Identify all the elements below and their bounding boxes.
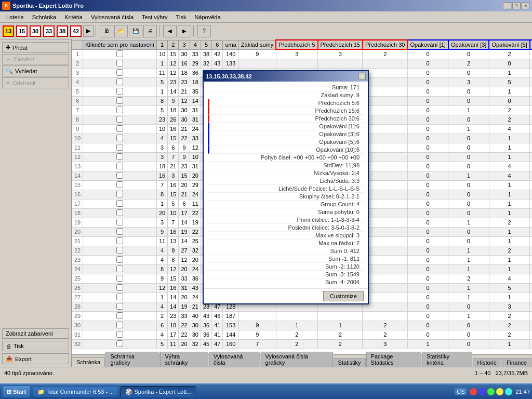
table-row[interactable]: 3141722303641144922200234 (72, 330, 533, 339)
row-checkbox[interactable] (116, 191, 123, 197)
export-button[interactable]: 📤 Export (2, 353, 69, 364)
number-badge-42[interactable]: 42 (70, 25, 82, 37)
menu-kriteria[interactable]: Kritéria (60, 13, 87, 21)
maximize-button[interactable]: □ (512, 2, 521, 9)
cell-11: 0 (407, 292, 448, 302)
modal-dialog[interactable]: 13,15,30,33,38,42 × Suma: 171 Základ sum… (203, 70, 369, 304)
row-checkbox[interactable] (116, 200, 123, 207)
row-checkbox-cell (83, 283, 157, 292)
search-button[interactable]: 🔍 Vyhledat (2, 65, 69, 76)
cell-1: 15 (168, 49, 179, 59)
modal-posledni: Poslední číslice: 3-5-0-3-8-2 (208, 224, 364, 231)
row-checkbox[interactable] (116, 237, 123, 244)
toolbar-help-button[interactable]: ? (197, 25, 211, 37)
show-colors-button[interactable]: Zobrazit zabarvení (2, 328, 69, 339)
cell-11: 0 (407, 162, 448, 171)
row-checkbox[interactable] (116, 340, 123, 347)
menu-vylosovana[interactable]: Vylosovaná čísla (87, 13, 138, 21)
cell-7: 9 (238, 330, 276, 339)
taskbar-item-totalcmd[interactable]: 📁 Total Commander 6.53 - ... (33, 386, 118, 397)
row-checkbox[interactable] (116, 256, 123, 263)
row-checkbox[interactable] (116, 275, 123, 282)
row-checkbox[interactable] (116, 125, 123, 132)
row-checkbox[interactable] (116, 247, 123, 254)
row-checkbox[interactable] (116, 322, 123, 328)
row-checkbox[interactable] (116, 144, 123, 151)
status-info: 40 tipů zpracováno. (4, 370, 54, 376)
row-checkbox[interactable] (116, 135, 123, 141)
cell-14: 2 (530, 180, 532, 190)
row-checkbox[interactable] (116, 69, 123, 76)
tab-historie[interactable]: Historie (473, 358, 501, 367)
row-checkbox[interactable] (116, 116, 123, 123)
number-badge-15[interactable]: 15 (16, 25, 28, 37)
tab-schranka[interactable]: Schránka (72, 357, 105, 367)
tab-finance[interactable]: Finance (502, 358, 531, 367)
row-checkbox[interactable] (116, 60, 123, 66)
tab-vylosovana-graficky[interactable]: Vylosovaná čísla graficky (261, 352, 333, 367)
table-row[interactable]: 2112162932431330203 (72, 59, 533, 68)
row-checkbox[interactable] (116, 153, 123, 160)
print-button[interactable]: 🖨 Tisk (2, 341, 69, 351)
row-checkbox[interactable] (116, 163, 123, 169)
menu-schranka[interactable]: Schránka (28, 13, 60, 21)
nav-forward-button[interactable]: ▶ (83, 25, 94, 37)
tab-vylosovana[interactable]: Vylosovaná čísla (209, 352, 260, 367)
row-num: 21 (72, 236, 83, 246)
row-checkbox[interactable] (116, 107, 123, 113)
menu-test-vyhry[interactable]: Test výhry (138, 13, 172, 21)
number-badge-38[interactable]: 38 (57, 25, 68, 37)
toolbar-icon-5[interactable]: ◀ (163, 25, 177, 37)
row-checkbox[interactable] (116, 265, 123, 272)
modal-close-button[interactable]: × (358, 73, 366, 80)
row-checkbox[interactable] (116, 312, 123, 319)
row-checkbox[interactable] (116, 97, 123, 104)
toolbar-icon-3[interactable]: 💾 (129, 25, 142, 37)
table-row[interactable]: 1101530333842140933200235 (72, 49, 533, 59)
tab-package-stats[interactable]: Package Statistics (366, 352, 421, 367)
table-row[interactable]: 3061822303641153911200235 (72, 321, 533, 330)
row-checkbox[interactable] (116, 228, 123, 235)
minimize-button[interactable]: _ (503, 2, 511, 9)
number-badge-33[interactable]: 33 (43, 25, 55, 37)
row-checkbox[interactable] (116, 219, 123, 225)
tab-statistiky[interactable]: Statistiky (334, 358, 366, 367)
toolbar-icon-2[interactable]: 📂 (114, 25, 128, 37)
row-checkbox-cell (83, 115, 157, 124)
taskbar-item-sportka[interactable]: 🎲 Sportka - Expert Lott... (121, 386, 196, 397)
row-checkbox[interactable] (116, 78, 123, 85)
toolbar-icon-1[interactable]: 🖹 (100, 25, 113, 37)
row-checkbox[interactable] (116, 181, 123, 188)
row-checkbox[interactable] (116, 331, 123, 338)
remove-button[interactable]: ✕ Odstranit (2, 77, 69, 88)
toolbar-icon-4[interactable]: 🖨 (143, 25, 157, 37)
add-button[interactable]: ✚ Přidat (2, 42, 69, 53)
row-checkbox[interactable] (116, 50, 123, 57)
number-badge-30[interactable]: 30 (30, 25, 41, 37)
toolbar-icon-6[interactable]: ▶ (178, 25, 191, 37)
row-num: 8 (72, 115, 83, 124)
tab-vyhra-schranky[interactable]: Výhra schránky (160, 352, 208, 367)
row-checkbox[interactable] (116, 294, 123, 300)
cell-13: 4 (489, 171, 530, 180)
menu-tisk[interactable]: Tisk (172, 13, 191, 21)
menu-loterie[interactable]: Loterie (2, 13, 28, 21)
replace-button[interactable]: ↔ Zaměnit (2, 54, 69, 64)
menu-napoveda[interactable]: Nápověda (190, 13, 224, 21)
close-button[interactable]: × (522, 2, 530, 9)
tab-statistiky-kriteria[interactable]: Statistiky kritéria (422, 352, 472, 367)
cell-0: 12 (156, 283, 167, 292)
table-row[interactable]: 292233340434618701235 (72, 311, 533, 321)
customize-button[interactable]: Customize (323, 291, 364, 301)
number-badge-13[interactable]: 13 (3, 25, 14, 37)
start-button[interactable]: ⊞ Start (2, 385, 31, 398)
row-checkbox[interactable] (116, 88, 123, 95)
row-checkbox[interactable] (116, 172, 123, 179)
row-checkbox[interactable] (116, 209, 123, 216)
row-checkbox[interactable] (116, 284, 123, 291)
modal-body[interactable]: Suma: 171 Základ sumy: 9 Předchozích 5:6… (204, 82, 368, 288)
table-row[interactable]: 3251120324547160722310144 (72, 339, 533, 349)
tab-schranka-graficky[interactable]: Schránka graficky (105, 352, 159, 367)
row-checkbox-cell (83, 218, 157, 227)
row-checkbox[interactable] (116, 303, 123, 310)
